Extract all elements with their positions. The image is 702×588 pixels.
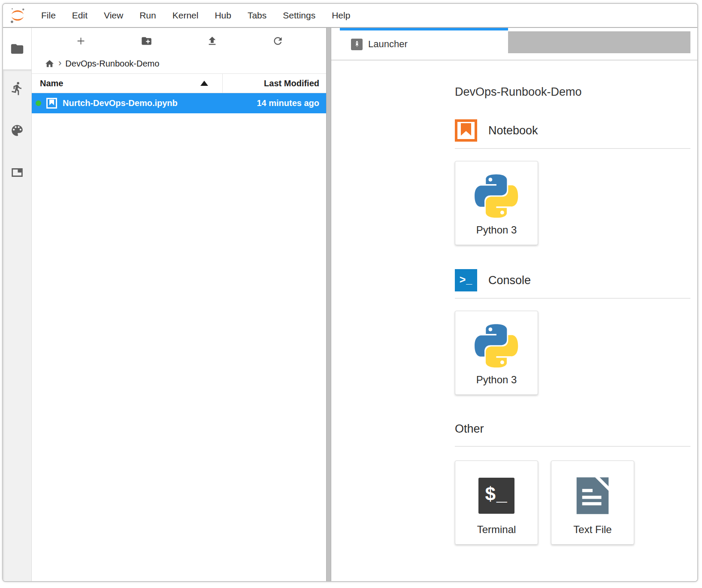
section-divider xyxy=(455,298,690,299)
terminal-icon: $_ xyxy=(478,478,514,514)
dock-tab-bar: Launcher xyxy=(331,28,697,61)
tab-launcher-label: Launcher xyxy=(368,39,408,50)
launcher-section-console: >_ Console Python 3 xyxy=(455,269,690,395)
file-browser-toolbar xyxy=(32,28,326,54)
activity-sidebar xyxy=(3,28,32,581)
sidebar-lower xyxy=(3,70,31,581)
python-icon xyxy=(475,324,518,368)
text-file-icon xyxy=(575,476,610,515)
tab-bar-empty-space xyxy=(508,31,690,53)
home-icon[interactable] xyxy=(45,59,54,69)
card-label: Terminal xyxy=(477,524,516,536)
menu-bar: File Edit View Run Kernel Hub Tabs Setti… xyxy=(3,4,697,28)
breadcrumb: › DevOps-Runbook-Demo xyxy=(32,54,326,73)
column-header-last-modified[interactable]: Last Modified xyxy=(223,74,326,93)
running-sessions-icon[interactable] xyxy=(10,81,24,96)
menu-file[interactable]: File xyxy=(33,10,64,21)
console-icon: >_ xyxy=(455,269,477,291)
section-divider xyxy=(455,148,690,149)
file-list-header: Name Last Modified xyxy=(32,73,326,93)
new-folder-icon xyxy=(141,35,152,47)
refresh-button[interactable] xyxy=(245,35,311,47)
launcher-body: DevOps-Runbook-Demo Notebook xyxy=(331,61,697,581)
launcher-card-notebook-python3[interactable]: Python 3 xyxy=(455,161,538,245)
launcher-section-other: Other $_ Terminal xyxy=(455,422,690,545)
file-row-notebook[interactable]: Nurtch-DevOps-Demo.ipynb 14 minutes ago xyxy=(32,93,326,113)
notebook-file-icon xyxy=(46,98,57,109)
sidebar-item-file-browser[interactable] xyxy=(3,28,31,70)
python-icon xyxy=(475,174,518,218)
breadcrumb-current-folder[interactable]: DevOps-Runbook-Demo xyxy=(65,59,159,69)
tab-launcher[interactable]: Launcher xyxy=(340,28,508,58)
menu-kernel[interactable]: Kernel xyxy=(164,10,207,21)
launcher-rocket-icon xyxy=(351,39,363,50)
menu-settings[interactable]: Settings xyxy=(275,10,324,21)
refresh-icon xyxy=(272,35,284,47)
launcher-card-terminal[interactable]: $_ Terminal xyxy=(455,461,538,545)
launcher-section-notebook: Notebook Python 3 xyxy=(455,119,690,245)
menu-tabs[interactable]: Tabs xyxy=(239,10,275,21)
jupyterlab-window: File Edit View Run Kernel Hub Tabs Setti… xyxy=(2,3,698,582)
section-label-other: Other xyxy=(455,422,484,436)
file-last-modified: 14 minutes ago xyxy=(223,98,326,108)
section-divider xyxy=(455,446,690,447)
file-name: Nurtch-DevOps-Demo.ipynb xyxy=(63,98,223,108)
new-launcher-button[interactable] xyxy=(48,35,114,47)
panel-splitter[interactable] xyxy=(326,28,331,581)
column-header-name[interactable]: Name xyxy=(32,74,222,93)
section-label-notebook: Notebook xyxy=(488,124,538,137)
main-area: › DevOps-Runbook-Demo Name Last Modified xyxy=(3,28,697,581)
plus-icon xyxy=(75,35,87,47)
section-label-console: Console xyxy=(488,274,531,287)
menu-edit[interactable]: Edit xyxy=(64,10,96,21)
open-tabs-icon[interactable] xyxy=(10,165,24,180)
new-folder-button[interactable] xyxy=(114,35,179,47)
jupyter-logo-icon xyxy=(9,7,26,24)
notebook-icon xyxy=(455,119,477,142)
card-label: Python 3 xyxy=(476,374,517,386)
menu-help[interactable]: Help xyxy=(324,10,358,21)
card-label: Text File xyxy=(573,524,611,536)
folder-icon xyxy=(10,42,24,56)
upload-icon xyxy=(206,35,218,47)
menu-hub[interactable]: Hub xyxy=(206,10,239,21)
upload-button[interactable] xyxy=(179,35,245,47)
menu-run[interactable]: Run xyxy=(131,10,164,21)
launcher-cwd-title: DevOps-Runbook-Demo xyxy=(455,85,690,99)
launcher-panel: Launcher DevOps-Runbook-Demo Notebook xyxy=(331,28,697,581)
file-browser-panel: › DevOps-Runbook-Demo Name Last Modified xyxy=(32,28,326,581)
launcher-card-text-file[interactable]: Text File xyxy=(551,461,634,545)
sort-ascending-icon xyxy=(200,81,208,86)
breadcrumb-separator: › xyxy=(58,58,61,69)
kernel-running-dot xyxy=(36,100,41,106)
launcher-card-console-python3[interactable]: Python 3 xyxy=(455,311,538,395)
menu-view[interactable]: View xyxy=(96,10,131,21)
card-label: Python 3 xyxy=(476,224,517,236)
commands-palette-icon[interactable] xyxy=(10,123,24,138)
